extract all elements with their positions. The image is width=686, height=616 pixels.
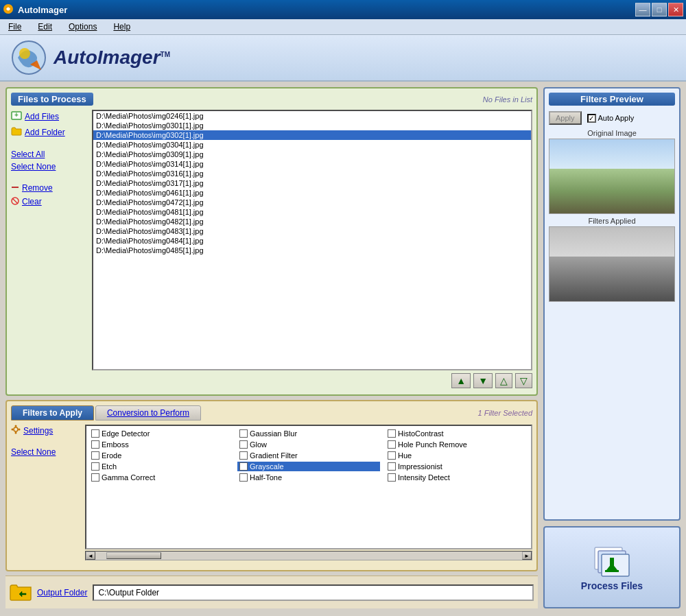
add-files-link[interactable]: + Add Files — [11, 110, 86, 123]
file-item[interactable]: D:\Media\Photos\img0314[1].jpg — [93, 159, 531, 169]
filter-item[interactable]: Emboss — [89, 440, 232, 449]
scrollbar-right-arrow[interactable]: ► — [522, 552, 532, 560]
original-image-label: Original Image — [549, 129, 675, 137]
close-button[interactable]: ✕ — [668, 3, 683, 16]
menu-help[interactable]: Help — [110, 21, 133, 33]
auto-apply-checkbox[interactable]: ✓ — [587, 114, 596, 123]
move-down-button[interactable]: ▼ — [473, 373, 493, 388]
filter-item[interactable]: Gradient Filter — [237, 451, 380, 460]
filter-checkbox[interactable] — [91, 440, 99, 449]
output-folder-label[interactable]: Output Folder — [37, 588, 87, 597]
filter-list[interactable]: Edge DetectorGaussian BlurHistoContrastE… — [85, 425, 532, 549]
filter-checkbox[interactable] — [91, 451, 99, 460]
filter-checkbox[interactable] — [388, 429, 396, 438]
filter-checkbox[interactable]: ✓ — [239, 462, 248, 471]
file-item[interactable]: D:\Media\Photos\img0472[1].jpg — [93, 198, 531, 207]
move-buttons: ▲ ▼ △ ▽ — [92, 373, 532, 388]
filter-checkbox[interactable] — [239, 429, 248, 438]
output-folder-row: Output Folder C:\Output Folder — [5, 576, 538, 608]
menu-bar: File Edit Options Help — [0, 19, 686, 35]
file-item[interactable]: D:\Media\Photos\img0482[1].jpg — [93, 217, 531, 226]
filter-name: Grayscale — [250, 462, 284, 471]
left-panel: Files to Process No Files in List + Add … — [5, 87, 538, 608]
files-status: No Files in List — [483, 95, 532, 104]
file-item[interactable]: D:\Media\Photos\img0302[1].jpg — [93, 130, 531, 140]
select-none-filters-link[interactable]: Select None — [11, 447, 80, 457]
window-title: AutoImager — [18, 5, 67, 15]
filter-item[interactable]: Gamma Correct — [89, 473, 232, 482]
move-up-button[interactable]: ▲ — [451, 373, 471, 388]
filter-checkbox[interactable] — [91, 462, 99, 471]
add-folder-link[interactable]: Add Folder — [11, 126, 86, 139]
scrollbar-thumb[interactable] — [106, 552, 161, 559]
select-all-link[interactable]: Select All — [11, 150, 86, 159]
filter-item[interactable]: Erode — [89, 451, 232, 460]
apply-button[interactable]: Apply — [549, 111, 582, 125]
filters-tab[interactable]: Filters to Apply — [11, 405, 94, 420]
file-item[interactable]: D:\Media\Photos\img0481[1].jpg — [93, 207, 531, 217]
window-controls: — □ ✕ — [635, 3, 683, 16]
file-item[interactable]: D:\Media\Photos\img0483[1].jpg — [93, 226, 531, 236]
filter-checkbox[interactable] — [239, 440, 248, 449]
right-panel: Filters Preview Apply ✓ Auto Apply Origi… — [543, 87, 681, 608]
select-none-files-link[interactable]: Select None — [11, 162, 86, 171]
settings-link[interactable]: Settings — [11, 425, 80, 436]
filter-checkbox[interactable] — [388, 451, 396, 460]
file-item[interactable]: D:\Media\Photos\img0485[1].jpg — [93, 246, 531, 255]
scrollbar-left-arrow[interactable]: ◄ — [86, 552, 95, 560]
filter-checkbox[interactable] — [239, 451, 248, 460]
file-item[interactable]: D:\Media\Photos\img0301[1].jpg — [93, 121, 531, 130]
filter-item[interactable]: ✓Grayscale — [237, 462, 380, 471]
filter-checkbox[interactable] — [91, 473, 99, 482]
menu-file[interactable]: File — [5, 21, 24, 33]
logo-area: AutoImagerTM — [0, 35, 686, 82]
file-item[interactable]: D:\Media\Photos\img0304[1].jpg — [93, 140, 531, 150]
move-bottom-button[interactable]: ▽ — [515, 373, 532, 388]
filter-item[interactable]: Hue — [386, 451, 528, 460]
file-item[interactable]: D:\Media\Photos\img0484[1].jpg — [93, 236, 531, 246]
file-item[interactable]: D:\Media\Photos\img0246[1].jpg — [93, 111, 531, 121]
filter-checkbox[interactable] — [388, 462, 396, 471]
filter-scrollbar[interactable]: ◄ ► — [85, 551, 532, 560]
filter-checkbox[interactable] — [91, 429, 99, 438]
file-item[interactable]: D:\Media\Photos\img0309[1].jpg — [93, 150, 531, 159]
filter-item[interactable]: Gaussian Blur — [237, 429, 380, 438]
auto-apply-label[interactable]: ✓ Auto Apply — [587, 114, 635, 123]
filter-item[interactable]: HistoContrast — [386, 429, 528, 438]
main-layout: Files to Process No Files in List + Add … — [0, 82, 686, 614]
menu-options[interactable]: Options — [66, 21, 99, 33]
filter-name: Hue — [398, 451, 412, 460]
process-files-label: Process Files — [581, 580, 643, 591]
filter-name: HistoContrast — [398, 429, 444, 438]
file-list-container: D:\Media\Photos\img0246[1].jpgD:\Media\P… — [92, 110, 532, 388]
filter-name: Gaussian Blur — [250, 429, 297, 438]
output-path-field[interactable]: C:\Output Folder — [93, 584, 534, 601]
file-item[interactable]: D:\Media\Photos\img0461[1].jpg — [93, 188, 531, 198]
menu-edit[interactable]: Edit — [35, 21, 55, 33]
filter-body: Settings Select None Edge DetectorGaussi… — [11, 425, 532, 560]
minimize-button[interactable]: — — [635, 3, 650, 16]
conversion-tab[interactable]: Conversion to Perform — [95, 405, 201, 420]
filter-name: Hole Punch Remove — [398, 440, 467, 449]
file-list[interactable]: D:\Media\Photos\img0246[1].jpgD:\Media\P… — [92, 110, 532, 370]
svg-point-9 — [15, 425, 17, 427]
filter-item[interactable]: Intensity Detect — [386, 473, 528, 482]
filter-item[interactable]: Half-Tone — [237, 473, 380, 482]
file-item[interactable]: D:\Media\Photos\img0317[1].jpg — [93, 178, 531, 188]
svg-point-2 — [19, 48, 30, 59]
move-top-button[interactable]: △ — [495, 373, 512, 388]
filter-item[interactable]: Hole Punch Remove — [386, 440, 528, 449]
filter-item[interactable]: Etch — [89, 462, 232, 471]
maximize-button[interactable]: □ — [652, 3, 667, 16]
filter-item[interactable]: Edge Detector — [89, 429, 232, 438]
file-item[interactable]: D:\Media\Photos\img0316[1].jpg — [93, 169, 531, 178]
remove-link[interactable]: Remove — [11, 182, 86, 193]
files-section-title: Files to Process — [11, 93, 93, 106]
process-files-button[interactable]: Process Files — [543, 526, 681, 608]
filter-checkbox[interactable] — [239, 473, 248, 482]
clear-link[interactable]: Clear — [11, 196, 86, 207]
filter-checkbox[interactable] — [388, 473, 396, 482]
filter-checkbox[interactable] — [388, 440, 396, 449]
filter-item[interactable]: Glow — [237, 440, 380, 449]
filter-item[interactable]: Impressionist — [386, 462, 528, 471]
